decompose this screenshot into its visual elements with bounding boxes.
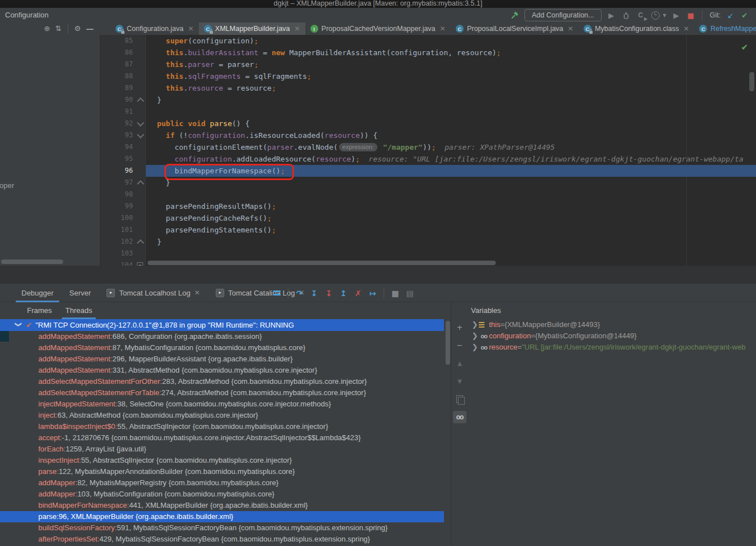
line-number[interactable]: 103: [100, 248, 145, 259]
line-number[interactable]: 98: [100, 189, 145, 200]
fold-marker-icon[interactable]: [137, 180, 144, 187]
editor-tab[interactable]: CRefreshMapperCache.java✕: [694, 23, 756, 35]
variable-row[interactable]: ❯ooresource = "URL [jar:file:/Users/zeng…: [469, 342, 756, 353]
editor-horizontal-scrollbar[interactable]: [148, 261, 496, 265]
line-number[interactable]: 93: [100, 129, 145, 141]
scroll-up-icon[interactable]: ▲: [453, 357, 466, 369]
fold-marker-icon[interactable]: [137, 119, 144, 127]
drop-frame-icon[interactable]: ✗: [353, 288, 363, 298]
stack-frame-row[interactable]: addSelectMappedStatementForTable:274, Ab…: [0, 387, 444, 399]
code-line[interactable]: [146, 189, 756, 200]
code-line[interactable]: }: [146, 94, 756, 106]
stack-frame-row[interactable]: bindMapperForNamespace:441, XMLMapperBui…: [0, 500, 444, 511]
code-line[interactable]: [146, 106, 756, 118]
remove-watch-icon[interactable]: −: [453, 339, 466, 351]
copy-icon[interactable]: [453, 393, 466, 405]
run-to-cursor-icon[interactable]: ↦: [368, 288, 377, 298]
pane-divider[interactable]: [451, 302, 451, 546]
build-hammer-icon[interactable]: [510, 11, 519, 20]
code-line[interactable]: this.parser = parser;: [146, 59, 756, 70]
evaluate-expression-icon[interactable]: ▦: [390, 288, 400, 298]
show-execution-point-icon[interactable]: [272, 288, 282, 298]
tab-threads[interactable]: Threads: [59, 302, 99, 319]
step-out-icon[interactable]: ↥: [339, 288, 348, 298]
chevron-right-icon[interactable]: ❯: [471, 330, 479, 342]
code-line[interactable]: this.builderAssistant = new MapperBuilde…: [146, 47, 756, 59]
line-number[interactable]: 99: [100, 200, 145, 212]
line-number[interactable]: 96: [100, 165, 145, 177]
dropdown-arrow-icon[interactable]: ▼: [663, 13, 666, 18]
line-number[interactable]: 102: [100, 236, 145, 248]
close-icon[interactable]: ✕: [568, 25, 573, 33]
line-number[interactable]: 90: [100, 94, 145, 106]
git-commit-icon[interactable]: ✔: [740, 11, 749, 20]
watches-toggle-icon[interactable]: oo: [453, 411, 466, 423]
close-icon[interactable]: ✕: [440, 25, 446, 33]
stack-frame-row[interactable]: addMappedStatement:331, AbstractMethod {…: [0, 365, 444, 376]
editor-tab[interactable]: IProposalCachedVersionMapper.java✕: [305, 23, 451, 35]
git-push-icon[interactable]: ↗: [754, 11, 756, 20]
code-line[interactable]: [146, 248, 756, 259]
run-attach-icon[interactable]: ▶: [671, 11, 681, 20]
window-splitter[interactable]: [0, 266, 756, 284]
code-line[interactable]: }: [146, 177, 756, 189]
code-line[interactable]: parsePendingResultMaps();: [146, 200, 756, 212]
chevron-right-icon[interactable]: ❯: [471, 342, 479, 353]
git-update-icon[interactable]: ↙: [726, 11, 735, 20]
scroll-down-icon[interactable]: ▼: [453, 375, 466, 387]
stack-frame-row[interactable]: parse:122, MybatisMapperAnnotationBuilde…: [0, 466, 444, 477]
line-number[interactable]: 87: [100, 59, 145, 70]
close-icon[interactable]: ✕: [188, 25, 194, 33]
code-line[interactable]: this.resource = resource;: [146, 82, 756, 94]
gear-icon[interactable]: ⚙: [74, 23, 81, 35]
line-number[interactable]: 95: [100, 153, 145, 165]
line-number[interactable]: 100: [100, 212, 145, 224]
line-number[interactable]: 88: [100, 70, 145, 82]
fold-marker-icon[interactable]: [137, 239, 144, 247]
close-icon[interactable]: ✕: [295, 25, 300, 33]
line-number[interactable]: 92: [100, 118, 145, 129]
code-line[interactable]: this.sqlFragments = sqlFragments;: [146, 70, 756, 82]
stack-frame-row[interactable]: lambda$inspectInject$0:55, AbstractSqlIn…: [0, 421, 444, 432]
tab-frames[interactable]: Frames: [20, 302, 59, 319]
code-line[interactable]: bindMapperForNamespace();: [146, 165, 756, 177]
code-line[interactable]: if (!configuration.isResourceLoaded(reso…: [146, 129, 756, 141]
editor-vertical-scrollbar[interactable]: [749, 72, 754, 91]
run-icon[interactable]: ▶: [607, 11, 616, 20]
stack-frame-row[interactable]: addMapper:103, MybatisConfiguration {com…: [0, 489, 444, 500]
stack-frame-row[interactable]: addMappedStatement:87, MybatisConfigurat…: [0, 342, 444, 353]
stack-frame-row[interactable]: afterPropertiesSet:429, MybatisSqlSessio…: [0, 534, 444, 545]
editor-tab[interactable]: CMybatisConfiguration.class✕: [579, 23, 694, 35]
debug-tab-tomcat-localhost-log[interactable]: ▸Tomcat Localhost Log✕: [99, 284, 208, 302]
hide-panel-icon[interactable]: —: [86, 23, 94, 35]
code-line[interactable]: parsePendingCacheRefs();: [146, 212, 756, 224]
thread-row[interactable]: ❯✔"RMI TCP Connection(2)-127.0.0.1"@1,87…: [0, 319, 444, 331]
left-panel-horizontal-scrollbar[interactable]: [1, 259, 63, 264]
editor-tab[interactable]: CProposalLocalServiceImpl.java✕: [451, 23, 579, 35]
stack-frame-row[interactable]: inject:63, AbstractMethod {com.baomidou.…: [0, 410, 444, 421]
stack-frame-row[interactable]: addMapper:82, MybatisMapperRegistry {com…: [0, 477, 444, 489]
code-line[interactable]: public void parse() {: [146, 118, 756, 129]
chevron-right-icon[interactable]: ❯: [471, 319, 479, 330]
stack-frame-row[interactable]: buildSqlSessionFactory:591, MybatisSqlSe…: [0, 522, 444, 534]
line-number[interactable]: 94: [100, 141, 145, 153]
add-configuration-button[interactable]: Add Configuration...: [524, 9, 602, 21]
stack-frame-row[interactable]: addMappedStatement:296, MapperBuilderAss…: [0, 353, 444, 365]
inspection-ok-icon[interactable]: ✔: [741, 42, 748, 52]
close-icon[interactable]: ✕: [683, 25, 689, 33]
force-step-into-icon[interactable]: ↧: [324, 288, 333, 298]
code-line[interactable]: }: [146, 236, 756, 248]
line-number[interactable]: 101: [100, 224, 145, 236]
stack-frame-row[interactable]: parse:96, XMLMapperBuilder {org.apache.i…: [0, 511, 444, 522]
line-number[interactable]: 97: [100, 177, 145, 189]
stack-frame-row[interactable]: forEach:1259, ArrayList {java.util}: [0, 444, 444, 455]
fold-marker-icon[interactable]: [137, 97, 144, 105]
run-coverage-icon[interactable]: C▶: [636, 11, 646, 20]
editor-tab[interactable]: CXMLMapperBuilder.java✕: [199, 23, 305, 35]
stack-frame-row[interactable]: accept:-1, 212870676 {com.baomidou.mybat…: [0, 432, 444, 444]
profiler-icon[interactable]: [651, 11, 660, 20]
stop-icon[interactable]: ■: [686, 11, 696, 20]
debug-tab-server[interactable]: Server: [61, 284, 99, 302]
frames-vertical-scrollbar[interactable]: [446, 321, 450, 365]
variable-row[interactable]: ❯ooconfiguration = {MybatisConfiguration…: [469, 330, 756, 342]
